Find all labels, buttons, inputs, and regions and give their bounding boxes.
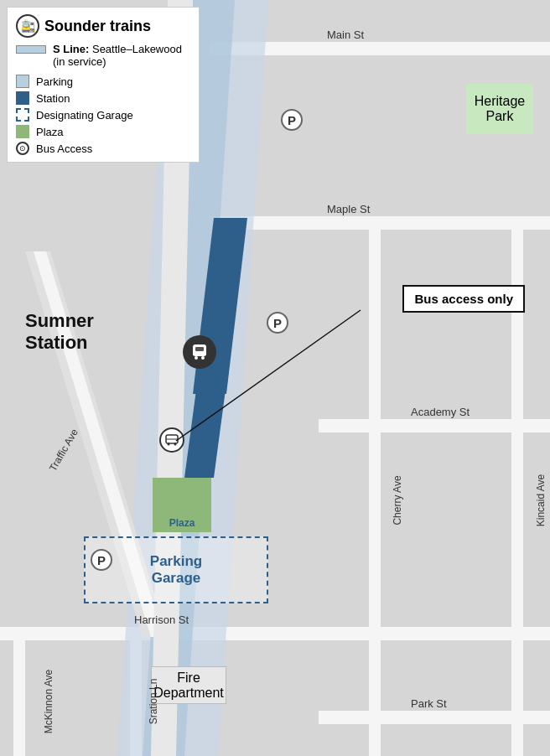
bus-access-callout: Bus access only [402, 285, 525, 313]
sline-color-swatch [16, 45, 46, 54]
main-st-label: Main St [327, 28, 364, 41]
train-station-icon [183, 335, 216, 369]
station-name-line2: Station [25, 332, 88, 353]
svg-line-27 [176, 310, 361, 441]
legend-items: Parking Station Designating Garage Plaza… [16, 75, 190, 155]
bus-access-icon [159, 427, 184, 453]
legend-title-text: Sounder trains [44, 18, 151, 35]
legend-bus-label: Bus Access [36, 142, 190, 155]
legend-sline: S Line: Seattle–Lakewood (in service) [16, 43, 190, 68]
kincaid-ave-label: Kincaid Ave [535, 474, 547, 527]
legend: 🚉 Sounder trains S Line: Seattle–Lakewoo… [7, 7, 200, 163]
traffic-ave-label: Traffic Ave [47, 427, 80, 473]
legend-parking-swatch [16, 75, 29, 88]
fire-dept-building: Fire Department [151, 666, 226, 704]
legend-parking-label: Parking [36, 75, 190, 88]
parking-icon-upper: P [281, 109, 303, 131]
parking-icon-garage: P [91, 549, 112, 571]
map-container: Heritage Park Plaza ParkingGarage Fire D… [0, 0, 550, 756]
svg-rect-3 [0, 627, 550, 640]
cherry-ave-label: Cherry Ave [392, 475, 403, 525]
harrison-st-label: Harrison St [134, 614, 189, 626]
mckinnon-ave-label: McKinnon Ave [43, 670, 54, 734]
legend-bus-swatch: ⊙ [16, 142, 29, 155]
svg-rect-17 [195, 347, 204, 351]
svg-rect-0 [210, 42, 550, 55]
parking-garage-label: ParkingGarage [150, 553, 202, 587]
parking-icon-middle: P [267, 312, 288, 334]
maple-st-label: Maple St [327, 203, 370, 215]
svg-rect-1 [210, 216, 550, 230]
legend-plaza-swatch [16, 125, 29, 138]
svg-rect-7 [13, 627, 25, 756]
svg-point-18 [195, 356, 198, 360]
legend-garage-label: Designating Garage [36, 109, 190, 122]
station-ln-label: Sration Ln [148, 679, 159, 725]
heritage-park-label: Heritage Park [466, 94, 533, 124]
legend-plaza-label: Plaza [36, 126, 190, 138]
plaza-label: Plaza [169, 517, 195, 529]
legend-train-icon: 🚉 [16, 14, 39, 38]
legend-station-swatch [16, 91, 29, 105]
svg-marker-12 [184, 352, 231, 478]
parking-garage-p-icon: P [91, 549, 112, 571]
legend-garage-swatch [16, 108, 29, 122]
svg-rect-4 [319, 711, 550, 724]
legend-title-suffix: trains [106, 18, 151, 34]
heritage-park: Heritage Park [466, 84, 533, 134]
legend-station-label: Station [36, 92, 190, 105]
academy-st-label: Academy St [411, 406, 470, 418]
bus-access-label: Bus access only [414, 292, 513, 306]
svg-rect-8 [130, 627, 142, 756]
legend-title: 🚉 Sounder trains [16, 14, 190, 38]
svg-rect-2 [319, 419, 550, 432]
park-st-label: Park St [411, 697, 447, 710]
svg-rect-5 [369, 216, 381, 756]
station-name-line1: Sumner [25, 310, 94, 331]
fire-dept-label: Fire Department [152, 671, 226, 701]
station-name: Sumner Station [25, 310, 94, 355]
plaza: Plaza [153, 478, 211, 532]
svg-point-19 [201, 356, 205, 360]
sline-description: S Line: Seattle–Lakewood (in service) [53, 43, 190, 68]
